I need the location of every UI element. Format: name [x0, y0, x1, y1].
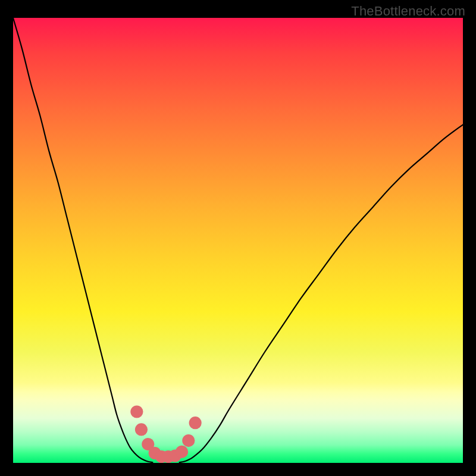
gradient-plot-area — [13, 18, 463, 463]
attribution-watermark: TheBottleneck.com — [351, 4, 465, 19]
